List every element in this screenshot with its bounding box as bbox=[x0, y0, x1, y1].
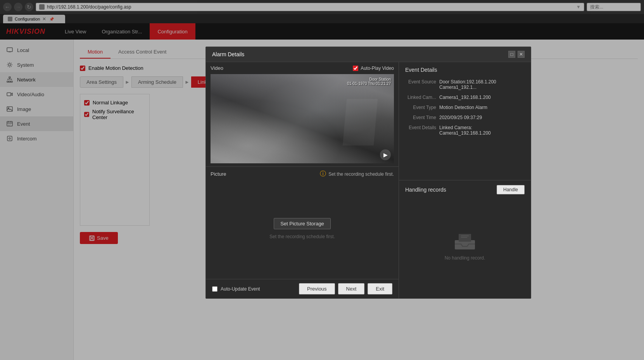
video-label: Video bbox=[211, 65, 223, 71]
video-header: Video Auto-Play Video bbox=[211, 65, 394, 71]
event-time-key: Event Time bbox=[405, 115, 436, 120]
video-timestamp: Door Station 01-01-1970 Thu 01:21:27 bbox=[347, 77, 391, 86]
video-object bbox=[342, 99, 377, 145]
event-details-val: Linked Camera: Camera1_192.168.1.200 bbox=[439, 125, 525, 136]
picture-header: Picture ⓘ Set the recording schedule fir… bbox=[211, 170, 394, 178]
warning-text: Set the recording schedule first. bbox=[328, 171, 394, 177]
auto-play-checkbox[interactable] bbox=[353, 66, 358, 71]
event-row-time: Event Time 2020/09/25 09:37:29 bbox=[405, 115, 525, 120]
handle-button[interactable]: Handle bbox=[497, 185, 525, 194]
auto-update-checkbox[interactable] bbox=[212, 286, 218, 292]
picture-section: Picture ⓘ Set the recording schedule fir… bbox=[206, 167, 399, 279]
modal-right-panel: Event Details Event Source Door Station:… bbox=[399, 62, 531, 298]
event-details-key: Event Details bbox=[405, 125, 436, 136]
event-row-linked-cam: Linked Cam... Camera1_192.168.1.200 bbox=[405, 95, 525, 100]
camera-label: Door Station bbox=[347, 77, 391, 81]
event-type-val: Motion Detection Alarm bbox=[439, 105, 525, 110]
warning-icon: ⓘ bbox=[320, 170, 326, 178]
svg-rect-15 bbox=[461, 237, 467, 238]
picture-label: Picture bbox=[211, 171, 226, 177]
event-time-val: 2020/09/25 09:37:29 bbox=[439, 115, 525, 120]
modal-header: Alarm Details □ ✕ bbox=[206, 47, 531, 62]
handling-title: Handling records bbox=[405, 187, 446, 193]
no-record-text: No handling record. bbox=[445, 255, 485, 261]
timestamp-text: 01-01-1970 Thu 01:21:27 bbox=[347, 81, 391, 86]
svg-rect-14 bbox=[461, 235, 469, 236]
video-placeholder: Door Station 01-01-1970 Thu 01:21:27 ▶ bbox=[211, 74, 394, 163]
modal-close-button[interactable]: ✕ bbox=[518, 51, 525, 58]
inbox-icon bbox=[453, 232, 477, 251]
handling-section: Handling records Handle No handling rec bbox=[399, 180, 531, 298]
no-record-icon bbox=[453, 232, 477, 251]
modal-left-panel: Video Auto-Play Video Door Stati bbox=[206, 62, 399, 298]
event-source-val: Door Station:192.168.1.200 Camera1_192.1… bbox=[439, 79, 525, 90]
next-button[interactable]: Next bbox=[338, 283, 365, 294]
video-frame: Door Station 01-01-1970 Thu 01:21:27 ▶ bbox=[211, 74, 394, 163]
event-row-source: Event Source Door Station:192.168.1.200 … bbox=[405, 79, 525, 90]
picture-content: Set Picture Storage Set the recording sc… bbox=[211, 181, 394, 276]
event-linked-cam-val: Camera1_192.168.1.200 bbox=[439, 95, 525, 100]
event-row-type: Event Type Motion Detection Alarm bbox=[405, 105, 525, 110]
set-picture-storage-button[interactable]: Set Picture Storage bbox=[274, 218, 331, 229]
modal-bottom: Auto-Update Event Previous Next Exit bbox=[206, 279, 399, 298]
modal-title: Alarm Details bbox=[212, 51, 244, 57]
alarm-details-modal: Alarm Details □ ✕ Video Auto-Play Video bbox=[205, 47, 531, 299]
play-button[interactable]: ▶ bbox=[380, 149, 391, 160]
auto-update-row: Auto-Update Event bbox=[212, 286, 260, 292]
event-row-details: Event Details Linked Camera: Camera1_192… bbox=[405, 125, 525, 136]
event-details-section: Event Details Event Source Door Station:… bbox=[399, 62, 531, 180]
schedule-hint: Set the recording schedule first. bbox=[269, 234, 335, 239]
handling-empty-state: No handling record. bbox=[405, 199, 525, 294]
event-source-key: Event Source bbox=[405, 79, 436, 90]
modal-maximize-button[interactable]: □ bbox=[508, 51, 515, 58]
exit-button[interactable]: Exit bbox=[368, 283, 392, 294]
auto-play-label: Auto-Play Video bbox=[361, 66, 394, 71]
auto-update-label: Auto-Update Event bbox=[221, 286, 260, 292]
modal-action-buttons: Previous Next Exit bbox=[299, 283, 392, 294]
video-section: Video Auto-Play Video Door Stati bbox=[206, 62, 399, 167]
auto-play-row: Auto-Play Video bbox=[353, 66, 394, 71]
event-type-key: Event Type bbox=[405, 105, 436, 110]
modal-controls: □ ✕ bbox=[508, 51, 525, 58]
handling-header: Handling records Handle bbox=[405, 185, 525, 194]
play-icon: ▶ bbox=[383, 152, 388, 158]
event-linked-cam-key: Linked Cam... bbox=[405, 95, 436, 100]
modal-body: Video Auto-Play Video Door Stati bbox=[206, 62, 531, 298]
warning-row: ⓘ Set the recording schedule first. bbox=[320, 170, 394, 178]
event-details-title: Event Details bbox=[405, 67, 525, 73]
previous-button[interactable]: Previous bbox=[299, 283, 335, 294]
